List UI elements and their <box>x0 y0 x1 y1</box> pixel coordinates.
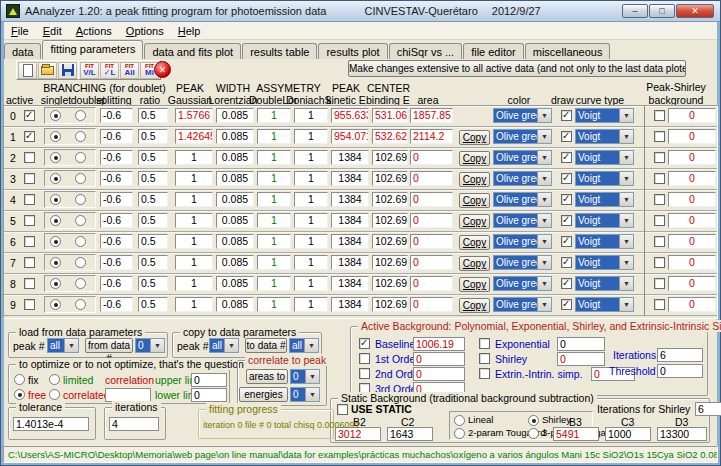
binding-e-field[interactable]: 102.6999 <box>372 297 408 312</box>
gaussian-width-field[interactable]: 1 <box>175 276 213 291</box>
chevron-down-icon[interactable]: ▼ <box>619 193 633 206</box>
doniachs-field[interactable]: 1 <box>294 234 328 249</box>
doublet-radio[interactable] <box>75 194 86 205</box>
free-radio[interactable] <box>14 389 25 400</box>
extrin-intrin-checkbox[interactable] <box>479 368 490 379</box>
first-order-checkbox[interactable] <box>359 353 370 364</box>
lineal-radio[interactable] <box>454 415 465 426</box>
draw-checkbox[interactable] <box>561 131 572 142</box>
doublet-radio[interactable] <box>75 257 86 268</box>
color-dropdown[interactable]: Olive green▼ <box>493 297 552 312</box>
tab-file-editor[interactable]: file editor <box>463 43 524 59</box>
doniachs-field[interactable]: 1 <box>294 213 328 228</box>
correlated-field[interactable] <box>105 388 151 402</box>
peak-shirley-checkbox[interactable] <box>654 131 665 142</box>
singlet-radio[interactable] <box>50 299 61 310</box>
lorentzian-width-field[interactable]: 0.085 <box>216 255 254 270</box>
kinetic-e-field[interactable]: 1384 <box>331 192 369 207</box>
active-checkbox[interactable] <box>24 110 35 121</box>
lorentzian-width-field[interactable]: 0.085 <box>216 192 254 207</box>
doublelor-field[interactable]: 1 <box>257 213 291 228</box>
d3-field[interactable]: 13300 <box>657 427 707 441</box>
gaussian-width-field[interactable]: 1 <box>175 192 213 207</box>
peak-shirley-checkbox[interactable] <box>654 278 665 289</box>
active-checkbox[interactable] <box>24 152 35 163</box>
splitting-field[interactable]: -0.6 <box>100 297 133 312</box>
color-dropdown[interactable]: Olive green▼ <box>493 276 552 291</box>
splitting-field[interactable]: -0.6 <box>100 171 133 186</box>
binding-e-field[interactable]: 102.6999 <box>372 192 408 207</box>
chevron-down-icon[interactable]: ▼ <box>619 298 633 311</box>
shirley-field[interactable]: 0 <box>557 352 605 366</box>
stop-button[interactable]: ✕ <box>154 61 171 78</box>
kinetic-e-field[interactable]: 1384 <box>331 234 369 249</box>
doniachs-field[interactable]: 1 <box>294 276 328 291</box>
kinetic-e-field[interactable]: 1384 <box>331 276 369 291</box>
singlet-radio[interactable] <box>50 173 61 184</box>
chevron-down-icon[interactable]: ▼ <box>537 235 551 248</box>
curve-type-dropdown[interactable]: Voigt▼ <box>575 171 634 186</box>
peak-shirley-background-field[interactable]: 0 <box>668 213 716 228</box>
kinetic-e-field[interactable]: 1384 <box>331 297 369 312</box>
chevron-down-icon[interactable]: ▼ <box>224 339 238 352</box>
ratio-field[interactable]: 0.5 <box>138 192 168 207</box>
copy-button[interactable]: Copy <box>459 151 490 166</box>
peak-shirley-background-field[interactable]: 0 <box>668 129 716 144</box>
chevron-down-icon[interactable]: ▼ <box>619 277 633 290</box>
peak-shirley-checkbox[interactable] <box>654 152 665 163</box>
doublet-radio[interactable] <box>75 215 86 226</box>
kinetic-e-field[interactable]: 1384 <box>331 150 369 165</box>
tab-data-and-fits-plot[interactable]: data and fits plot <box>144 43 241 59</box>
area-field[interactable]: 0 <box>410 297 453 312</box>
copy-button[interactable]: Copy <box>459 256 490 271</box>
peak-shirley-background-field[interactable]: 0 <box>668 150 716 165</box>
doublelor-field[interactable]: 1 <box>257 255 291 270</box>
fit-all-button[interactable]: FIT All <box>120 62 139 79</box>
active-checkbox[interactable] <box>24 278 35 289</box>
kinetic-e-field[interactable]: 1384 <box>331 213 369 228</box>
title-bar[interactable]: AAnalyzer 1.20: a peak fitting program f… <box>1 1 720 22</box>
peak-shirley-background-field[interactable]: 0 <box>668 255 716 270</box>
curve-type-dropdown[interactable]: Voigt▼ <box>575 276 634 291</box>
chevron-down-icon[interactable]: ▼ <box>537 193 551 206</box>
gaussian-width-field[interactable]: 1 <box>175 297 213 312</box>
ratio-field[interactable]: 0.5 <box>138 276 168 291</box>
color-dropdown[interactable]: Olive green▼ <box>493 108 552 123</box>
area-field[interactable]: 0 <box>410 150 453 165</box>
from-data-button[interactable]: from data # <box>85 338 133 353</box>
gaussian-width-field[interactable]: 1.42645 <box>175 129 213 144</box>
doniachs-field[interactable]: 1 <box>294 192 328 207</box>
binding-e-field[interactable]: 532.6281 <box>372 129 408 144</box>
copy-button[interactable]: Copy <box>459 172 490 187</box>
area-field[interactable]: 0 <box>410 255 453 270</box>
binding-e-field[interactable]: 531.0665 <box>372 108 408 123</box>
area-field[interactable]: 0 <box>410 234 453 249</box>
ratio-field[interactable]: 0.5 <box>138 171 168 186</box>
doublet-radio[interactable] <box>75 278 86 289</box>
peak-shirley-checkbox[interactable] <box>654 299 665 310</box>
peak-shirley-checkbox[interactable] <box>654 194 665 205</box>
active-checkbox[interactable] <box>24 215 35 226</box>
peak-shirley-background-field[interactable]: 0 <box>668 297 716 312</box>
ratio-field[interactable]: 0.5 <box>138 213 168 228</box>
chevron-down-icon[interactable]: ▼ <box>537 151 551 164</box>
menu-actions[interactable]: Actions <box>69 24 119 38</box>
splitting-field[interactable]: -0.6 <box>100 276 133 291</box>
area-field[interactable]: 0 <box>410 171 453 186</box>
curve-type-dropdown[interactable]: Voigt▼ <box>575 129 634 144</box>
draw-checkbox[interactable] <box>561 257 572 268</box>
ratio-field[interactable]: 0.5 <box>138 297 168 312</box>
color-dropdown[interactable]: Olive green▼ <box>493 171 552 186</box>
lorentzian-width-field[interactable]: 0.085 <box>216 129 254 144</box>
correlated-radio[interactable] <box>49 389 60 400</box>
gaussian-width-field[interactable]: 1.5766 <box>175 108 213 123</box>
lorentzian-width-field[interactable]: 0.085 <box>216 234 254 249</box>
doublet-radio[interactable] <box>75 299 86 310</box>
binding-e-field[interactable]: 102.6999 <box>372 234 408 249</box>
chevron-down-icon[interactable]: ▼ <box>305 388 319 401</box>
doublelor-field[interactable]: 1 <box>257 150 291 165</box>
active-checkbox[interactable] <box>24 299 35 310</box>
area-field[interactable]: 2114.2 <box>410 129 453 144</box>
load-peak-dropdown[interactable]: all▼ <box>47 338 79 353</box>
c3-field[interactable]: 1000 <box>605 427 651 441</box>
